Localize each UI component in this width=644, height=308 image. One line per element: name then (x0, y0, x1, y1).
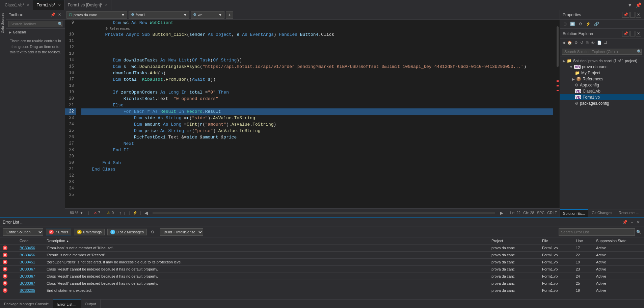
bp-pin-btn[interactable]: 📌 (621, 219, 629, 225)
scroll-minimap[interactable] (153, 212, 495, 214)
tab-form1-close[interactable]: ✕ (58, 3, 61, 7)
nav-left-btn[interactable]: ◀ (144, 210, 149, 215)
tab-dropdown-btn[interactable]: ▼ (626, 2, 634, 8)
build-filter-dropdown[interactable]: Build + IntelliSense (160, 228, 203, 236)
se-appconfig-item[interactable]: ⚙ App.config (560, 82, 644, 88)
nav-down-btn[interactable]: ↓ (123, 210, 127, 215)
error-code-link-2[interactable]: BC30451 (20, 260, 35, 264)
scope-dropdown[interactable]: Entire Solution (3, 228, 43, 236)
error-row-4[interactable]: ✕ BC30367 Class 'Result' cannot be index… (0, 273, 644, 280)
bp-close-btn[interactable]: ✕ (635, 219, 641, 225)
error-row-3[interactable]: ✕ BC30367 Class 'Result' cannot be index… (0, 266, 644, 273)
properties-pin-btn[interactable]: 📌 (622, 12, 629, 18)
error-row-6[interactable]: ✕ BC30205 End of statement expected. pro… (0, 287, 644, 294)
prop-category-btn[interactable]: ⊞ (562, 21, 568, 27)
error-row-5[interactable]: ✕ BC30367 Class 'Result' cannot be index… (0, 280, 644, 287)
col-header-file[interactable]: File (539, 237, 573, 245)
tab-class1[interactable]: Class1.vb* ✕ (1, 0, 33, 10)
errors-badge[interactable]: ✕ 7 Errors (46, 229, 71, 235)
error-row-2[interactable]: ✕ BC30451 'zeroOpenOrders' is not declar… (0, 259, 644, 266)
se-min-btn[interactable]: − (630, 31, 635, 36)
warnings-badge[interactable]: ⚠ 0 Warnings (74, 229, 105, 235)
method-dropdown[interactable]: ⚙ form1 ▼ (129, 11, 189, 19)
error-row-1[interactable]: ✕ BC30456 'Result' is not a member of 'R… (0, 252, 644, 259)
col-header-desc[interactable]: Description ▲ (44, 237, 489, 245)
col-header-num[interactable] (0, 237, 17, 245)
properties-min-btn[interactable]: − (630, 12, 635, 18)
col-header-suppression[interactable]: Suppression State (593, 237, 644, 245)
toolbox-search-input[interactable] (8, 21, 62, 27)
tab-class1-close[interactable]: ✕ (27, 3, 29, 7)
se-pin-btn[interactable]: 📌 (622, 31, 629, 36)
tab-form1-design[interactable]: Form1.vb [Design]* ✕ (64, 0, 112, 10)
tab-pin-btn[interactable]: 📌 (634, 2, 643, 8)
se-preview-btn[interactable]: 📄 (596, 40, 603, 46)
prop-link-btn[interactable]: 🔗 (593, 21, 600, 27)
data-sources-label[interactable]: Data Sources (0, 10, 6, 36)
se-collapse-btn[interactable]: ⊟ (585, 40, 590, 46)
error-row-0[interactable]: ✕ BC30456 'FromJson' is not a member of … (0, 245, 644, 252)
tab-form1[interactable]: Form1.vb* ✕ (33, 0, 64, 10)
member-dropdown[interactable]: ⚙ wc ▼ (191, 11, 224, 19)
se-references-item[interactable]: ▶ 📦 References (560, 76, 644, 82)
warning-count-item[interactable]: ⚠ 0 (105, 211, 116, 215)
editor-scrollbar[interactable] (556, 20, 560, 208)
se-home-btn[interactable]: 🏠 (566, 40, 573, 46)
se-solution-item[interactable]: ▶ 📁 Solution 'prova da canc' (1 of 1 pro… (560, 58, 644, 64)
se-form1-item[interactable]: VB Form1.vb (560, 94, 644, 100)
properties-close-btn[interactable]: ✕ (636, 12, 641, 18)
messages-badge[interactable]: i 0 of 2 Messages (107, 229, 147, 235)
bottom-tab-pkg[interactable]: Package Manager Console (0, 300, 53, 308)
se-project-item[interactable]: ▼ VB prova da canc (560, 64, 644, 70)
tab-class1-label: Class1.vb* (5, 3, 24, 7)
nav-right-btn[interactable]: ▶ (499, 210, 504, 215)
prop-alpha-btn[interactable]: 🔤 (569, 21, 576, 27)
error-code-link-6[interactable]: BC30205 (20, 288, 35, 292)
se-tab-git[interactable]: Git Changes (588, 209, 616, 217)
se-back-btn[interactable]: ◀ (561, 40, 566, 46)
nav-up-btn[interactable]: ↑ (118, 210, 122, 215)
error-code-link-4[interactable]: BC30367 (20, 274, 35, 278)
se-close-btn[interactable]: ✕ (636, 31, 641, 36)
se-myproject-item[interactable]: 📁 My Project (560, 70, 644, 76)
se-refresh-btn[interactable]: ↺ (579, 40, 584, 46)
se-class1-item[interactable]: VB Class1.vb (560, 88, 644, 94)
toolbox-pin-btn[interactable]: 📌 (50, 12, 56, 17)
error-code-link-1[interactable]: BC30456 (20, 253, 35, 257)
namespace-dropdown[interactable]: ⬡ prova da canc ▼ (66, 11, 127, 19)
toolbox-section-general[interactable]: ▶ General (6, 29, 65, 35)
col-header-code[interactable]: Code (17, 237, 44, 245)
error-search-input[interactable] (559, 228, 635, 236)
project-label: prova da canc (582, 65, 607, 69)
error-count-item[interactable]: ✕ 7 (92, 211, 102, 215)
code-editor[interactable]: 9 10 11 12 13 14 15 16 17 18 19 20 21 22… (65, 20, 560, 208)
line-num-9: 9 (65, 20, 76, 26)
add-method-btn[interactable]: + (226, 11, 233, 19)
se-tab-solution[interactable]: Solution Ex... (560, 209, 588, 217)
error-file-4: Form1.vb (539, 273, 573, 280)
error-code-link-0[interactable]: BC30456 (20, 246, 35, 250)
code-line-10: Private Async Sub Button4_Click(sender A… (81, 31, 553, 38)
error-code-link-3[interactable]: BC30367 (20, 267, 35, 271)
prop-events-btn[interactable]: ⚡ (584, 21, 592, 27)
se-tab-resource[interactable]: Resource Vi... (616, 209, 644, 217)
se-tabs: Solution Ex... Git Changes Resource Vi..… (560, 209, 644, 217)
tab-form1-design-close[interactable]: ✕ (105, 3, 108, 7)
col-header-project[interactable]: Project (489, 237, 539, 245)
se-search-input[interactable] (562, 49, 642, 55)
bottom-tab-errors[interactable]: Error List ... (53, 300, 81, 308)
zoom-selector[interactable]: 80 % ▼ (68, 211, 85, 215)
se-packages-item[interactable]: ⚙ packages.config (560, 100, 644, 106)
bottom-tab-output[interactable]: Output (81, 300, 101, 308)
error-code-link-5[interactable]: BC30367 (20, 281, 35, 285)
se-show-all-btn[interactable]: 👁 (590, 40, 596, 46)
bp-min-btn[interactable]: − (629, 219, 635, 225)
se-sync-btn[interactable]: ⇄ (603, 40, 608, 46)
se-settings-btn[interactable]: ⚙ (573, 40, 579, 46)
se-scrollbar-h[interactable] (560, 205, 644, 209)
prop-props-btn[interactable]: ⚙ (577, 21, 584, 27)
scrollbar-thumb[interactable] (557, 26, 559, 67)
code-content[interactable]: Dim wc As New WebClient 0 References Pri… (79, 20, 556, 208)
col-header-line[interactable]: Line (573, 237, 593, 245)
toolbox-close-btn[interactable]: ✕ (57, 12, 62, 17)
